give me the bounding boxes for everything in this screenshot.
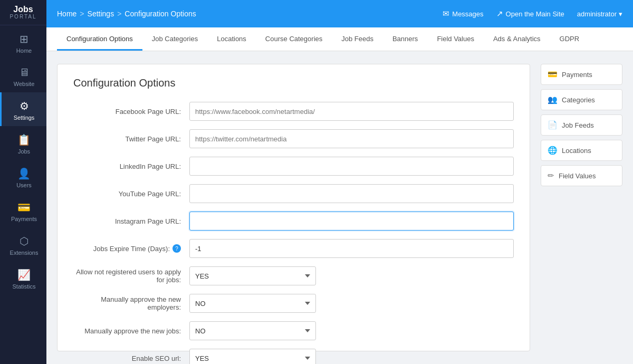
sidebar-label-statistics: Statistics (12, 283, 35, 290)
page-content: Configuration Options Facebook Page URL:… (46, 51, 633, 364)
sidebar-label-extensions: Extensions (10, 250, 39, 256)
tabs-bar: Configuration OptionsJob CategoriesLocat… (46, 27, 633, 51)
label-field-4: Instagram Page URL: (73, 217, 189, 225)
rs-label-categories: Categories (562, 96, 595, 104)
admin-label: administrator (577, 10, 617, 18)
select-0[interactable]: YESNO (189, 266, 316, 285)
sidebar-item-statistics[interactable]: 📈 Statistics (0, 261, 46, 295)
input-field-2[interactable] (189, 157, 514, 176)
form-row-select-3: Enable SEO url:YESNO (73, 349, 514, 364)
tab-job-feeds[interactable]: Job Feeds (332, 27, 383, 51)
label-field-2: LinkedIn Page URL: (73, 162, 189, 170)
rs-label-field-values: Field Values (559, 172, 596, 180)
categories-icon: 👥 (548, 95, 558, 104)
form-row: Instagram Page URL: (73, 212, 514, 231)
form-row-select-1: Manually approve the new employers:YESNO (73, 294, 514, 313)
sidebar-item-payments[interactable]: 💳 Payments (0, 194, 46, 227)
tab-banners[interactable]: Banners (383, 27, 427, 51)
tab-ads-analytics[interactable]: Ads & Analytics (484, 27, 550, 51)
logo-sub: PORTAL (0, 14, 46, 20)
tab-gdpr[interactable]: GDPR (550, 27, 589, 51)
open-site-link[interactable]: ↗ Open the Main Site (496, 9, 564, 18)
help-icon-expire[interactable]: ? (172, 244, 181, 253)
rs-btn-locations[interactable]: 🌐 Locations (541, 140, 622, 161)
label-select-0: Allow not registered users to apply for … (73, 268, 189, 284)
right-sidebar: 💳 Payments 👥 Categories 📄 Job Feeds 🌐 Lo… (541, 64, 622, 351)
website-icon: 🖥 (19, 66, 30, 79)
form-section: Configuration Options Facebook Page URL:… (57, 64, 530, 351)
label-select-3: Enable SEO url: (73, 355, 189, 362)
main-wrapper: Home > Settings > Configuration Options … (46, 0, 633, 364)
input-field-1[interactable] (189, 129, 514, 148)
sidebar-item-settings[interactable]: ⚙ Settings (0, 92, 46, 126)
rs-btn-payments[interactable]: 💳 Payments (541, 64, 622, 85)
sidebar-item-users[interactable]: 👤 Users (0, 160, 46, 194)
sidebar-label-settings: Settings (14, 114, 35, 121)
sidebar-logo: Jobs PORTAL (0, 0, 46, 25)
tab-field-values[interactable]: Field Values (427, 27, 484, 51)
field-values-icon: ✏ (548, 171, 554, 180)
sidebar-label-jobs: Jobs (18, 148, 30, 155)
messages-icon: ✉ (443, 9, 449, 18)
statistics-icon: 📈 (17, 269, 31, 281)
page-title: Configuration Options (73, 77, 514, 89)
breadcrumb-sep-1: > (80, 9, 84, 18)
rs-label-job-feeds: Job Feeds (562, 121, 594, 129)
rs-btn-field-values[interactable]: ✏ Field Values (541, 165, 622, 186)
tab-course-categories[interactable]: Course Categories (256, 27, 332, 51)
form-row: YouTube Page URL: (73, 184, 514, 203)
rs-label-payments: Payments (562, 71, 592, 79)
tab-locations[interactable]: Locations (207, 27, 256, 51)
sidebar-item-website[interactable]: 🖥 Website (0, 59, 46, 92)
logo-text: Jobs (0, 5, 46, 14)
messages-label: Messages (452, 10, 483, 18)
rs-label-locations: Locations (562, 147, 591, 155)
breadcrumb-settings[interactable]: Settings (88, 9, 114, 18)
select-3[interactable]: YESNO (189, 349, 316, 364)
breadcrumb-home[interactable]: Home (57, 9, 76, 18)
form-row-select-2: Manually approve the new jobs:YESNO (73, 321, 514, 340)
input-expire[interactable] (189, 239, 514, 258)
label-select-1: Manually approve the new employers: (73, 295, 189, 311)
input-field-0[interactable] (189, 102, 514, 121)
sidebar-label-home: Home (16, 47, 32, 54)
settings-icon: ⚙ (20, 100, 29, 112)
locations-icon: 🌐 (548, 146, 558, 155)
label-field-3: YouTube Page URL: (73, 190, 189, 198)
open-site-label: Open the Main Site (506, 10, 564, 18)
open-site-icon: ↗ (496, 9, 503, 18)
breadcrumb: Home > Settings > Configuration Options (57, 9, 196, 18)
extensions-icon: ⬡ (20, 235, 28, 247)
admin-chevron-icon: ▾ (619, 10, 622, 18)
users-icon: 👤 (17, 167, 31, 180)
select-2[interactable]: YESNO (189, 321, 316, 340)
admin-menu[interactable]: administrator ▾ (577, 10, 622, 18)
form-row-expire: Jobs Expire Time (Days): ? (73, 239, 514, 258)
label-field-0: Facebook Page URL: (73, 108, 189, 116)
sidebar-label-payments: Payments (11, 216, 37, 222)
tab-config[interactable]: Configuration Options (57, 27, 142, 51)
home-icon: ⊞ (20, 33, 28, 45)
label-select-2: Manually approve the new jobs: (73, 327, 189, 335)
form-row: LinkedIn Page URL: (73, 157, 514, 176)
jobs-icon: 📋 (17, 133, 31, 146)
breadcrumb-sep-2: > (117, 9, 121, 18)
job-feeds-icon: 📄 (548, 120, 558, 130)
payments-icon: 💳 (17, 201, 31, 214)
tab-job-categories[interactable]: Job Categories (142, 27, 207, 51)
form-row: Facebook Page URL: (73, 102, 514, 121)
form-row: Twitter Page URL: (73, 129, 514, 148)
messages-link[interactable]: ✉ Messages (443, 9, 483, 18)
rs-btn-categories[interactable]: 👥 Categories (541, 89, 622, 110)
sidebar-label-website: Website (14, 81, 35, 87)
sidebar-item-jobs[interactable]: 📋 Jobs (0, 126, 46, 160)
sidebar-item-home[interactable]: ⊞ Home (0, 25, 46, 59)
input-field-3[interactable] (189, 184, 514, 203)
input-field-4[interactable] (189, 212, 514, 231)
sidebar-label-users: Users (16, 182, 32, 188)
topbar-right: ✉ Messages ↗ Open the Main Site administ… (443, 9, 622, 18)
sidebar-item-extensions[interactable]: ⬡ Extensions (0, 227, 46, 261)
rs-btn-job-feeds[interactable]: 📄 Job Feeds (541, 114, 622, 136)
select-1[interactable]: YESNO (189, 294, 316, 313)
label-field-1: Twitter Page URL: (73, 135, 189, 143)
